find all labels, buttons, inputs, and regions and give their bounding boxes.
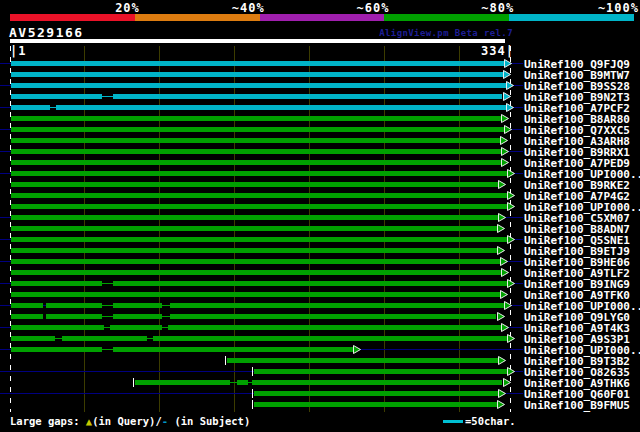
alignment-bar <box>11 314 43 319</box>
alignment-bar <box>170 303 504 308</box>
hit-label: UniRef100_B9FMU5 <box>524 399 630 412</box>
alignment-bar <box>110 325 162 330</box>
alignment-bar <box>170 314 497 319</box>
arrowhead-icon <box>506 103 514 112</box>
alignment-bar <box>227 358 498 363</box>
alignment-bar <box>135 380 229 385</box>
alignment-bar <box>11 215 498 220</box>
alignment-bar <box>113 281 507 286</box>
subject-gap-connector <box>230 382 238 383</box>
start-tick <box>252 400 253 409</box>
alignment-bar <box>11 138 500 143</box>
alignment-bar <box>11 336 55 341</box>
arrowhead-icon <box>507 235 515 244</box>
arrowhead-icon <box>507 334 515 343</box>
arrowhead-icon <box>500 257 508 266</box>
alignment-bar <box>113 314 163 319</box>
arrowhead-icon <box>507 191 515 200</box>
arrowhead-icon <box>500 136 508 145</box>
subject-gap-connector <box>162 305 170 306</box>
arrowhead-icon <box>501 268 509 277</box>
arrowhead-icon <box>501 323 509 332</box>
alignment-bar <box>11 182 498 187</box>
subject-gap-connector <box>102 305 113 306</box>
arrowhead-icon <box>504 301 512 310</box>
arrowhead-icon <box>501 147 509 156</box>
alignment-bar <box>11 171 507 176</box>
start-tick <box>252 367 253 376</box>
alignment-bar <box>11 259 500 264</box>
alignment-bar <box>11 270 501 275</box>
alignment-bar <box>11 105 50 110</box>
arrowhead-icon <box>506 81 514 90</box>
arrowhead-icon <box>497 224 505 233</box>
alignment-bar <box>11 149 501 154</box>
scale-line-label: =50char. <box>465 415 516 427</box>
arrowhead-icon <box>507 367 515 376</box>
arrowhead-icon <box>501 114 509 123</box>
alignment-bar <box>11 347 102 352</box>
alignment-bar <box>11 204 507 209</box>
scale-line-icon <box>443 420 463 423</box>
alignment-bar <box>153 336 507 341</box>
alignment-bar <box>237 380 248 385</box>
alignment-bar <box>62 336 147 341</box>
subject-gap-connector <box>102 316 113 317</box>
alignment-bar <box>11 281 102 286</box>
alignview-screen: 20%~40%~60%~80%~100% AV529166 AlignView.… <box>0 0 640 432</box>
subject-gap-connector <box>102 96 113 97</box>
arrowhead-icon <box>498 356 506 365</box>
alignment-bar <box>11 94 102 99</box>
arrowhead-icon <box>507 279 515 288</box>
alignment-bar <box>113 303 163 308</box>
alignment-bar <box>254 391 498 396</box>
query-gap-text: (in Query)/ <box>92 415 162 427</box>
alignment-bar <box>11 72 503 77</box>
arrowhead-icon <box>501 158 509 167</box>
alignment-bar <box>11 116 501 121</box>
start-tick <box>133 378 134 387</box>
subject-gap-connector <box>102 349 113 350</box>
arrowhead-icon <box>353 345 361 354</box>
alignment-bar <box>11 237 507 242</box>
subject-gap-connector <box>102 283 113 284</box>
alignment-plot: UniRef100_Q9FJQ9UniRef100_B9MTW7UniRef10… <box>0 0 640 432</box>
arrowhead-icon <box>504 59 512 68</box>
subject-gap-connector <box>55 338 63 339</box>
arrowhead-icon <box>497 312 505 321</box>
alignment-bar <box>11 325 104 330</box>
alignment-bar <box>11 127 504 132</box>
arrowhead-icon <box>504 125 512 134</box>
arrowhead-icon <box>497 400 505 409</box>
arrowhead-icon <box>507 169 515 178</box>
start-tick <box>225 356 226 365</box>
gap-legend-label: Large gaps: <box>10 415 86 427</box>
alignment-row[interactable]: UniRef100_B9FMU5 <box>0 400 640 411</box>
arrowhead-icon <box>498 213 506 222</box>
alignment-bar <box>46 314 103 319</box>
arrowhead-icon <box>507 202 515 211</box>
alignment-bar <box>56 105 506 110</box>
arrowhead-icon <box>498 389 506 398</box>
start-tick <box>252 389 253 398</box>
alignment-bar <box>46 303 103 308</box>
arrowhead-icon <box>503 92 511 101</box>
alignment-bar <box>113 347 353 352</box>
arrowhead-icon <box>503 70 511 79</box>
alignment-bar <box>168 325 501 330</box>
alignment-bar <box>11 160 501 165</box>
gap-legend: Large gaps: ▲(in Query)/- (in Subject) <box>10 415 250 427</box>
alignment-bar <box>254 369 507 374</box>
subject-gap-text: (in Subject) <box>168 415 250 427</box>
alignment-bar <box>11 292 500 297</box>
alignment-bar <box>11 248 497 253</box>
arrowhead-icon <box>497 246 505 255</box>
alignment-bar <box>11 61 504 66</box>
alignment-bar <box>252 380 502 385</box>
arrowhead-icon <box>503 378 511 387</box>
alignment-bar <box>254 402 497 407</box>
alignment-bar <box>11 226 497 231</box>
subject-gap-connector <box>162 316 170 317</box>
alignment-bar <box>113 94 503 99</box>
alignment-bar <box>11 83 506 88</box>
